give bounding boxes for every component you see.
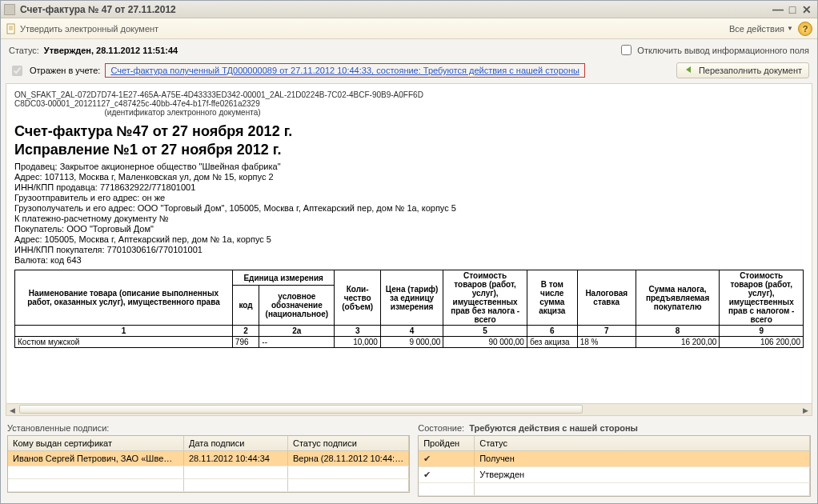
reflected-checkbox [12,66,22,76]
sig-date: 28.11.2012 10:44:34 [184,451,288,466]
arrow-left-icon [684,65,695,76]
approve-label: Утвердить электронный документ [20,24,158,34]
cell-cost-notax: 90 000,00 [443,337,527,348]
hide-info-checkbox[interactable] [621,45,632,55]
doc-subtitle: Исправление №1 от 27 ноября 2012 г. [14,142,804,158]
document-area: ON_SFAKT_2AL-072D7D74-1E27-465A-A75E-4D4… [6,83,812,416]
sig-status: Верна (28.11.2012 10:44:… [288,451,409,466]
signatures-grid: Кому выдан сертификат Дата подписи Стату… [7,435,410,493]
hide-info-toggle[interactable]: Отключить вывод информационного поля [618,42,809,58]
table-row: Костюм мужской 796 -- 10,000 9 000,00 90… [15,337,804,348]
th-cost-tax: Стоимость товаров (работ, услуг), имущес… [720,270,804,326]
status-row: Статус: Утвержден, 28.11.2012 11:51:44 О… [1,39,817,61]
doc-buyer-inn: ИНН/КПП покупателя: 7701030616/770101001 [14,245,804,254]
status-value: Утвержден, 28.11.2012 11:51:44 [44,46,178,55]
svg-rect-0 [7,24,14,34]
th-unit-name: условное обозначение (национальное) [259,286,335,326]
th-unit-code: код [232,286,259,326]
doc-id-line1: ON_SFAKT_2AL-072D7D74-1E27-465A-A75E-4D4… [14,90,804,99]
window-title: Счет-фактура № 47 от 27.11.2012 [20,4,176,15]
th-price: Цена (тариф) за единицу измерения [380,270,443,326]
all-actions-label: Все действия [729,24,784,34]
titlebar: Счет-фактура № 47 от 27.11.2012 — □ ✕ [1,1,817,18]
th-cost-notax: Стоимость товаров (работ, услуг), имущес… [443,270,527,326]
doc-id-line2: C8DC03-00001_20121127_c487425c-40bb-47e4… [14,99,804,108]
cell-taxrate: 18 % [577,337,636,348]
state-grid: Пройден Статус ✔ Получен ✔ Утвержден [418,435,811,497]
th-n7: 7 [577,326,636,337]
sig-head-owner[interactable]: Кому выдан сертификат [8,436,184,450]
cell-cost-tax: 106 200,00 [720,337,804,348]
th-n4: 4 [380,326,443,337]
chevron-down-icon: ▼ [787,25,793,32]
state-status: Получен [475,451,810,466]
cell-code: 796 [232,337,259,348]
reflect-row: Отражен в учете: Счет-фактура полученный… [1,61,817,83]
th-n1: 1 [15,326,233,337]
cell-unit: -- [259,337,335,348]
state-title-value: Требуются действия с нашей стороны [469,423,638,433]
th-unit: Единица измерения [232,270,335,286]
th-n5: 5 [443,326,527,337]
th-n3: 3 [335,326,381,337]
sig-head-date[interactable]: Дата подписи [184,436,288,450]
th-n6: 6 [527,326,577,337]
sig-owner: Иванов Сергей Петрович, ЗАО «Шве… [8,451,184,466]
cell-name: Костюм мужской [15,337,233,348]
doc-buyer: Покупатель: ООО "Торговый Дом" [14,224,804,234]
cell-taxsum: 16 200,00 [636,337,720,348]
state-head-status[interactable]: Статус [475,436,810,450]
window-icon [4,4,15,15]
document-scroll[interactable]: ON_SFAKT_2AL-072D7D74-1E27-465A-A75E-4D4… [6,84,812,403]
doc-seller-addr: Адрес: 107113, Москва г, Маленковская ул… [14,172,804,182]
scroll-thumb[interactable] [19,405,583,414]
refill-label: Перезаполнить документ [699,66,802,75]
cell-qty: 10,000 [335,337,381,348]
help-button[interactable]: ? [798,22,812,36]
state-row[interactable]: ✔ Получен [419,451,810,467]
minimize-button[interactable]: — [771,3,785,16]
all-actions-dropdown[interactable]: Все действия ▼ [729,24,793,34]
doc-seller-inn: ИНН/КПП продавца: 7718632922/771801001 [14,182,804,192]
approve-button[interactable]: Утвердить электронный документ [6,23,158,34]
state-panel: Состояние: Требуются действия с нашей ст… [418,421,811,497]
invoice-status-link[interactable]: Счет-фактура полученный ТД000000089 от 2… [105,63,584,78]
th-excise: В том числе сумма акциза [527,270,577,326]
toolbar: Утвердить электронный документ Все дейст… [1,18,817,39]
th-n9: 9 [720,326,804,337]
doc-buyer-addr: Адрес: 105005, Москва г, Аптекарский пер… [14,234,804,244]
signature-row[interactable]: Иванов Сергей Петрович, ЗАО «Шве… 28.11.… [8,451,409,466]
app-window: Счет-фактура № 47 от 27.11.2012 — □ ✕ Ут… [0,0,818,504]
maximize-button[interactable]: □ [785,3,800,16]
scroll-left-icon[interactable]: ◀ [6,404,18,416]
doc-consignee: Грузополучатель и его адрес: ООО "Торгов… [14,203,804,213]
th-name: Наименование товара (описание выполненны… [15,270,233,326]
cell-excise: без акциза [527,337,577,348]
bottom-panels: Установленные подписи: Кому выдан сертиф… [1,416,817,503]
doc-seller: Продавец: Закрытое акционерное общество … [14,162,804,171]
horizontal-scrollbar[interactable]: ◀ ▶ [6,403,812,415]
refill-button[interactable]: Перезаполнить документ [676,62,809,78]
state-passed: ✔ [419,451,475,466]
th-taxrate: Налоговая ставка [577,270,636,326]
state-head-passed[interactable]: Пройден [419,436,475,450]
state-status: Утвержден [475,467,810,482]
state-title: Состояние: Требуются действия с нашей ст… [418,421,811,435]
scroll-right-icon[interactable]: ▶ [800,404,812,416]
cell-price: 9 000,00 [380,337,443,348]
doc-title: Счет-фактура №47 от 27 ноября 2012 г. [14,123,804,140]
status-label: Статус: [9,46,39,55]
sig-head-status[interactable]: Статус подписи [288,436,409,450]
signatures-panel: Установленные подписи: Кому выдан сертиф… [7,421,410,497]
th-n2: 2 [232,326,259,337]
doc-id-caption: (идентификатор электронного документа) [14,108,351,117]
th-qty: Коли-чество (объем) [335,270,381,326]
state-title-label: Состояние: [418,423,464,433]
th-n2a: 2а [259,326,335,337]
state-row[interactable]: ✔ Утвержден [419,467,810,483]
close-button[interactable]: ✕ [800,3,814,16]
signatures-title: Установленные подписи: [7,421,410,435]
doc-currency: Валюта: код 643 [14,255,804,265]
state-header: Пройден Статус [419,436,810,451]
goods-table: Наименование товара (описание выполненны… [14,270,804,348]
